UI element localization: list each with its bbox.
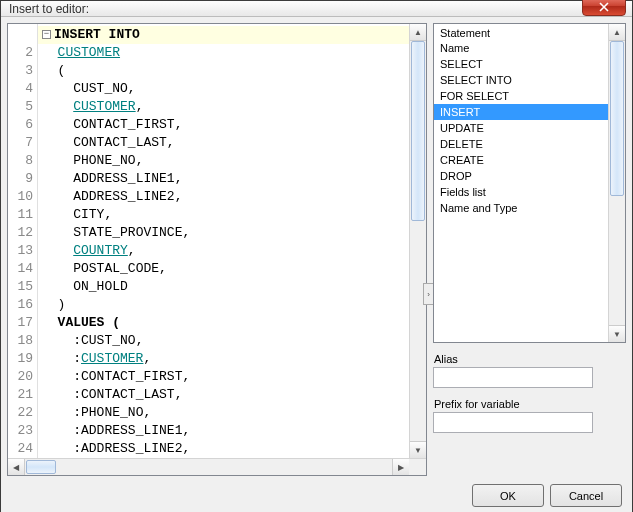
code-text: CUST_NO, xyxy=(73,81,135,96)
statement-item[interactable]: DROP xyxy=(434,168,608,184)
keyword: ( xyxy=(112,315,120,330)
ok-button[interactable]: OK xyxy=(472,484,544,507)
code-text: ( xyxy=(58,63,66,78)
alias-group: Alias xyxy=(433,353,626,388)
sql-editor[interactable]: 2 3 4 5 6 7 8 9 10 11 12 13 14 15 16 17 … xyxy=(7,23,427,476)
expander-handle[interactable]: › xyxy=(423,283,433,305)
content-row: 2 3 4 5 6 7 8 9 10 11 12 13 14 15 16 17 … xyxy=(7,23,626,476)
statement-items: StatementNameSELECTSELECT INTOFOR SELECT… xyxy=(434,24,608,342)
code-text: ON_HOLD xyxy=(73,279,128,294)
table-link[interactable]: CUSTOMER xyxy=(58,45,120,60)
scroll-corner xyxy=(409,459,426,475)
table-link[interactable]: COUNTRY xyxy=(73,243,128,258)
scroll-up-icon[interactable]: ▲ xyxy=(609,24,625,41)
titlebar[interactable]: Insert to editor: xyxy=(1,1,632,17)
code-text: ADDRESS_LINE2, xyxy=(73,189,182,204)
code-text: ADDRESS_LINE1, xyxy=(73,171,182,186)
code-text: :PHONE_NO, xyxy=(73,405,151,420)
code-text: POSTAL_CODE, xyxy=(73,261,167,276)
statement-listbox[interactable]: StatementNameSELECTSELECT INTOFOR SELECT… xyxy=(433,23,626,343)
table-link[interactable]: CUSTOMER xyxy=(81,351,143,366)
statement-header: Statement xyxy=(434,26,608,40)
window-title: Insert to editor: xyxy=(9,2,582,16)
hscroll-track[interactable] xyxy=(25,459,392,475)
scroll-down-icon[interactable]: ▼ xyxy=(410,441,426,458)
close-icon xyxy=(599,2,609,12)
statement-item[interactable]: FOR SELECT xyxy=(434,88,608,104)
chevron-right-icon: › xyxy=(427,290,430,299)
button-row: OK Cancel xyxy=(7,476,626,511)
editor-horizontal-scrollbar[interactable]: ◀ ▶ xyxy=(8,458,426,475)
code-text: STATE_PROVINCE, xyxy=(73,225,190,240)
code-text: :ADDRESS_LINE2, xyxy=(73,441,190,456)
list-vertical-scrollbar[interactable]: ▲ ▼ xyxy=(608,24,625,342)
alias-label: Alias xyxy=(433,353,626,365)
code-text: :CUST_NO, xyxy=(73,333,143,348)
scroll-thumb[interactable] xyxy=(610,41,624,196)
prefix-input[interactable] xyxy=(433,412,593,433)
statement-item[interactable]: Name and Type xyxy=(434,200,608,216)
alias-input[interactable] xyxy=(433,367,593,388)
scroll-left-icon[interactable]: ◀ xyxy=(8,459,25,475)
dialog-window: Insert to editor: 2 3 4 5 6 7 8 9 10 11 … xyxy=(0,0,633,512)
table-link[interactable]: CUSTOMER xyxy=(73,99,135,114)
statement-item[interactable]: INSERT xyxy=(434,104,608,120)
scroll-down-icon[interactable]: ▼ xyxy=(609,325,625,342)
statement-item[interactable]: SELECT xyxy=(434,56,608,72)
prefix-group: Prefix for variable xyxy=(433,398,626,433)
code-text: :ADDRESS_LINE1, xyxy=(73,423,190,438)
code-text: :CONTACT_LAST, xyxy=(73,387,182,402)
scroll-up-icon[interactable]: ▲ xyxy=(410,24,426,41)
hscroll-thumb[interactable] xyxy=(26,460,56,474)
statement-item[interactable]: Name xyxy=(434,40,608,56)
code-text: ) xyxy=(58,297,66,312)
editor-vertical-scrollbar[interactable]: ▲ ▼ xyxy=(409,24,426,458)
statement-item[interactable]: CREATE xyxy=(434,152,608,168)
statement-item[interactable]: UPDATE xyxy=(434,120,608,136)
code-text: CITY, xyxy=(73,207,112,222)
prefix-label: Prefix for variable xyxy=(433,398,626,410)
line-gutter: 2 3 4 5 6 7 8 9 10 11 12 13 14 15 16 17 … xyxy=(8,24,38,458)
side-panel: › StatementNameSELECTSELECT INTOFOR SELE… xyxy=(433,23,626,476)
code-area[interactable]: −INSERT INTO CUSTOMER ( CUST_NO, CUSTOME… xyxy=(38,24,409,458)
code-text: PHONE_NO, xyxy=(73,153,143,168)
statement-item[interactable]: DELETE xyxy=(434,136,608,152)
keyword: INSERT INTO xyxy=(54,27,140,42)
dialog-body: 2 3 4 5 6 7 8 9 10 11 12 13 14 15 16 17 … xyxy=(1,17,632,512)
fold-toggle-icon[interactable]: − xyxy=(42,30,51,39)
editor-scroll-area: 2 3 4 5 6 7 8 9 10 11 12 13 14 15 16 17 … xyxy=(8,24,426,458)
scroll-thumb[interactable] xyxy=(411,41,425,221)
cancel-button[interactable]: Cancel xyxy=(550,484,622,507)
close-button[interactable] xyxy=(582,0,626,16)
statement-item[interactable]: SELECT INTO xyxy=(434,72,608,88)
code-text: :CONTACT_FIRST, xyxy=(73,369,190,384)
statement-item[interactable]: Fields list xyxy=(434,184,608,200)
keyword: VALUES xyxy=(58,315,105,330)
code-text: CONTACT_LAST, xyxy=(73,135,174,150)
scroll-right-icon[interactable]: ▶ xyxy=(392,459,409,475)
code-text: CONTACT_FIRST, xyxy=(73,117,182,132)
